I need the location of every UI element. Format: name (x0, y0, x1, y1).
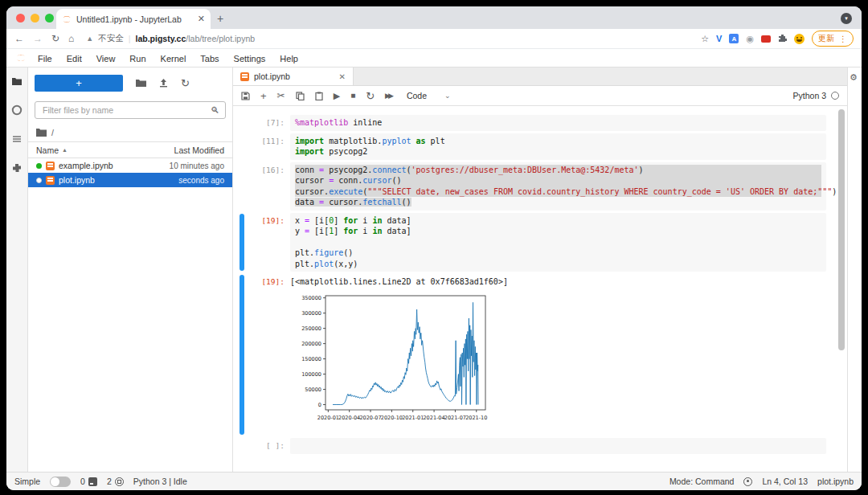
tab-search-button[interactable]: ▾ (841, 13, 852, 24)
svg-text:200000: 200000 (301, 341, 321, 347)
file-modified: seconds ago (178, 176, 224, 185)
mode-indicator[interactable]: Mode: Command (669, 477, 735, 486)
menu-help[interactable]: Help (272, 54, 305, 63)
bookmark-star-icon[interactable]: ☆ (701, 35, 709, 43)
vimium-extension-icon[interactable]: V (716, 35, 722, 43)
cell-type-dropdown[interactable]: Code ⌄ (407, 91, 451, 100)
new-launcher-button[interactable]: + (35, 75, 123, 92)
column-last-modified[interactable]: Last Modified (174, 145, 224, 155)
svg-text:50000: 50000 (305, 387, 321, 393)
menu-settings[interactable]: Settings (227, 54, 273, 63)
copy-cells-button[interactable] (296, 92, 305, 100)
notebook-panel: plot.ipynb ✕ + ✂ ▶ ■ ↻ ▶▶ (233, 68, 847, 472)
notebook-cell: [7]:%matplotlib inline (233, 115, 826, 131)
paste-cells-button[interactable] (315, 92, 323, 100)
file-row-example.ipynb[interactable]: example.ipynb10 minutes ago (28, 158, 232, 173)
column-name[interactable]: Name ▲ (36, 145, 174, 155)
menu-view[interactable]: View (89, 54, 123, 63)
run-cell-button[interactable]: ▶ (334, 92, 340, 100)
notebook-scrollbar[interactable] (838, 109, 845, 468)
cut-cells-button[interactable]: ✂ (277, 91, 285, 100)
notebook-tab[interactable]: plot.ipynb ✕ (233, 68, 354, 85)
update-button[interactable]: 更新 ⋮ (812, 31, 854, 47)
jupyter-logo (14, 52, 27, 63)
browser-tab[interactable]: Untitled1.ipynb - JupyterLab ✕ (56, 9, 211, 29)
svg-text:2020-07: 2020-07 (359, 415, 381, 421)
chrome-menu-icon[interactable]: ⋮ (839, 35, 847, 43)
property-inspector-gear-icon[interactable]: ⚙ (850, 72, 858, 83)
file-browser-icon[interactable] (11, 76, 23, 87)
menu-tabs[interactable]: Tabs (193, 54, 226, 63)
restart-run-all-button[interactable]: ▶▶ (385, 92, 391, 100)
breadcrumb[interactable]: / (28, 124, 232, 141)
cell-editor[interactable]: conn = psycopg2.connect('postgres://dbus… (290, 162, 826, 211)
kernel-status-text[interactable]: Python 3 | Idle (133, 477, 187, 486)
notebook-cell: [19]:x = [i[0] for i in data]y = [i[1] f… (233, 213, 826, 272)
svg-text:2020-01: 2020-01 (317, 415, 339, 421)
cell-prompt: [19]: (244, 213, 290, 272)
extensions-puzzle-icon[interactable] (778, 34, 787, 44)
reload-icon[interactable]: ↻ (51, 34, 59, 43)
save-button[interactable] (241, 92, 250, 100)
jupyter-favicon (62, 14, 72, 24)
restart-kernel-button[interactable]: ↻ (366, 91, 375, 101)
filter-files-input[interactable] (41, 104, 211, 116)
search-icon: 🔍︎ (211, 105, 219, 115)
kernel-indicator[interactable]: Python 3 (793, 91, 839, 100)
refresh-file-list-icon[interactable]: ↻ (181, 77, 190, 89)
security-label[interactable]: 不安全 (98, 33, 124, 44)
translate-extension-icon[interactable]: A (729, 34, 739, 43)
kernels-count[interactable]: 2 (107, 477, 124, 486)
cell-prompt: [ ]: (244, 438, 290, 454)
running-sessions-icon[interactable] (11, 104, 23, 116)
simple-mode-toggle[interactable] (50, 477, 71, 487)
notebook-content: [7]:%matplotlib inline[11]:import matplo… (233, 106, 847, 472)
forward-icon[interactable]: → (33, 34, 43, 43)
browser-extensions: ☆ V A ◉ 更新 ⋮ (701, 31, 854, 47)
empty-cell-editor[interactable] (290, 438, 826, 454)
profile-avatar[interactable] (794, 34, 805, 44)
extension-manager-icon[interactable] (11, 162, 23, 174)
cell-editor[interactable]: x = [i[0] for i in data]y = [i[1] for i … (290, 213, 826, 272)
chevron-down-icon: ⌄ (444, 92, 451, 100)
address-bar[interactable]: ▲ 不安全 | lab.pigsty.cc/lab/tree/plot.ipyn… (86, 33, 692, 44)
browser-tab-title: Untitled1.ipynb - JupyterLab (76, 14, 193, 24)
file-list-header: Name ▲ Last Modified (28, 141, 232, 158)
minimize-window-button[interactable] (31, 14, 39, 22)
maximize-window-button[interactable] (45, 14, 54, 22)
home-icon[interactable]: ⌂ (68, 34, 74, 43)
breadcrumb-root[interactable]: / (51, 128, 54, 137)
cell-editor[interactable]: import matplotlib.pyplot as pltimport ps… (290, 133, 826, 160)
notebook-tab-close-icon[interactable]: ✕ (339, 72, 346, 81)
interrupt-kernel-button[interactable]: ■ (350, 92, 355, 100)
new-tab-button[interactable]: + (217, 12, 223, 25)
adblock-extension-icon[interactable] (761, 35, 771, 43)
new-folder-icon[interactable] (136, 79, 146, 88)
menu-run[interactable]: Run (122, 54, 153, 63)
filter-files-box[interactable]: 🔍︎ (35, 101, 226, 119)
terminals-count[interactable]: 0 (80, 477, 97, 486)
menu-kernel[interactable]: Kernel (154, 54, 194, 63)
code-line: cursor = conn.cursor() (295, 175, 821, 186)
notebook-cell: [11]:import matplotlib.pyplot as pltimpo… (233, 133, 826, 160)
tab-close-icon[interactable]: ✕ (198, 14, 205, 23)
menu-file[interactable]: File (31, 54, 59, 63)
kernels-count-value: 2 (107, 477, 112, 486)
statusbar-filename: plot.ipynb (817, 477, 854, 486)
code-line: import matplotlib.pyplot as plt (295, 136, 821, 147)
cursor-position[interactable]: Ln 4, Col 13 (762, 477, 808, 486)
close-window-button[interactable] (16, 14, 25, 22)
scrollbar-thumb[interactable] (838, 109, 845, 350)
notebook-tab-label: plot.ipynb (254, 72, 334, 81)
file-name: example.ipynb (59, 161, 166, 170)
menu-edit[interactable]: Edit (59, 54, 89, 63)
file-row-plot.ipynb[interactable]: plot.ipynbseconds ago (28, 173, 232, 187)
notification-bell-icon[interactable] (743, 477, 752, 486)
globe-extension-icon[interactable]: ◉ (746, 35, 754, 43)
upload-icon[interactable] (159, 78, 168, 88)
code-line: cursor.execute("""SELECT date, new_cases… (295, 186, 821, 198)
table-of-contents-icon[interactable] (11, 133, 23, 145)
cell-editor[interactable]: %matplotlib inline (290, 115, 826, 131)
add-cell-button[interactable]: + (260, 91, 267, 101)
back-icon[interactable]: ← (14, 34, 24, 43)
